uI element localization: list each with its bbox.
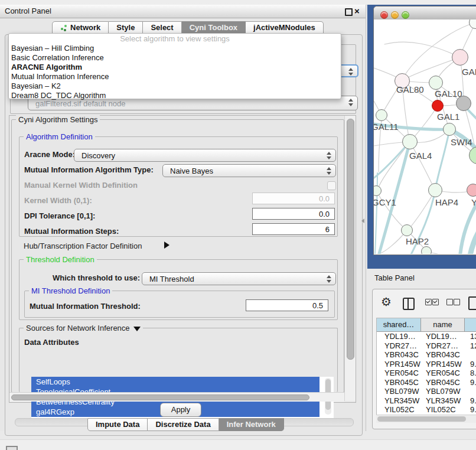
network-node-y[interactable] bbox=[467, 184, 476, 197]
tab-impute-data[interactable]: Impute Data bbox=[87, 418, 148, 431]
column-header[interactable]: name bbox=[421, 318, 465, 331]
mi-threshold-group-title: MI Threshold Definition bbox=[29, 286, 112, 295]
network-node[interactable] bbox=[421, 246, 432, 254]
algorithm-dropdown-list: Bayesian – Hill ClimbingBasic Correlatio… bbox=[9, 44, 341, 100]
network-node-gal11[interactable] bbox=[376, 109, 387, 121]
close-icon[interactable]: × bbox=[354, 6, 360, 17]
network-node-hap2[interactable] bbox=[401, 224, 413, 236]
table-row[interactable]: YBR043CYBR043C bbox=[377, 350, 476, 360]
table-cell: YIL052C bbox=[421, 405, 465, 415]
popup-item[interactable]: Bayesian – Hill Climbing bbox=[9, 44, 341, 53]
network-node-hap4[interactable] bbox=[428, 183, 442, 197]
document-icon[interactable] bbox=[468, 296, 476, 310]
popup-item[interactable]: Mutual Information Inference bbox=[9, 72, 341, 81]
settings-horizontal-scrollbar[interactable] bbox=[9, 392, 344, 402]
table-cell: 9. bbox=[465, 405, 476, 415]
node-label: GAL bbox=[462, 67, 476, 77]
checked-box-icon[interactable] bbox=[432, 299, 439, 305]
mi-type-combo[interactable]: Naive Bayes bbox=[162, 164, 336, 177]
network-edge-highlight[interactable] bbox=[435, 131, 449, 190]
mi-threshold-input[interactable] bbox=[246, 299, 328, 311]
table-row[interactable]: YBL079WYBL079W bbox=[377, 387, 476, 396]
table-row[interactable]: YLR345WYLR345W9. bbox=[377, 396, 476, 406]
minimize-traffic-icon[interactable] bbox=[391, 11, 399, 19]
network-canvas[interactable]: GALGAL80GAL10GAL1GAL11SWI4GAL4GCY1HAP4YH… bbox=[374, 19, 476, 254]
dpi-tolerance-label: DPI Tolerance [0,1]: bbox=[24, 211, 95, 220]
tab-cyni-toolbox[interactable]: Cyni Toolbox bbox=[182, 21, 246, 34]
network-edge[interactable] bbox=[412, 106, 438, 140]
checked-box-icon[interactable] bbox=[425, 299, 432, 305]
table-panel: ⚙ shared…name YDL19…YDL19…13YDR27…YDR27…… bbox=[372, 289, 476, 429]
table-cell: YDL19… bbox=[377, 332, 421, 341]
network-edge-highlight[interactable] bbox=[470, 227, 476, 254]
panel-corner-icon[interactable] bbox=[6, 446, 18, 450]
table-cell: YDR27… bbox=[421, 341, 465, 351]
algorithm-dropdown-popup: Select algorithm to view settings Bayesi… bbox=[8, 33, 341, 99]
kernel-width-input[interactable] bbox=[252, 193, 335, 204]
table-horizontal-scrollbar[interactable] bbox=[376, 415, 476, 423]
node-label: SWI4 bbox=[451, 137, 472, 147]
which-threshold-combo[interactable]: MI Threshold bbox=[142, 272, 336, 285]
network-edge[interactable] bbox=[410, 142, 434, 188]
tab-jactivemnodules[interactable]: jActiveMNodules bbox=[246, 21, 324, 34]
close-traffic-icon[interactable] bbox=[380, 11, 388, 19]
apply-button[interactable]: Apply bbox=[160, 403, 201, 417]
control-panel-tabs: NetworkStyleSelectCyni ToolboxjActiveMNo… bbox=[52, 21, 324, 34]
network-node-gal1[interactable] bbox=[432, 100, 444, 112]
table-cell: YER054C bbox=[377, 369, 421, 378]
mi-steps-input[interactable] bbox=[252, 223, 335, 235]
split-columns-icon[interactable] bbox=[403, 298, 415, 310]
network-node-gal[interactable] bbox=[452, 49, 468, 66]
combo-spinner-icon bbox=[348, 98, 353, 107]
aracne-mode-combo[interactable]: Discovery bbox=[74, 149, 336, 162]
column-header[interactable]: shared… bbox=[377, 318, 421, 331]
hub-tf-label: Hub/Transcription Factor Definition bbox=[24, 242, 142, 250]
sources-group-title: Sources for Network Inference bbox=[24, 324, 143, 332]
tab-infer-network[interactable]: Infer Network bbox=[219, 418, 284, 431]
popup-item[interactable]: ARACNE Algorithm bbox=[9, 63, 341, 72]
table-row[interactable]: YER054CYER054C8. bbox=[377, 369, 476, 378]
threshold-definition-title: Threshold Definition bbox=[24, 255, 97, 264]
manual-kernel-checkbox[interactable] bbox=[327, 181, 336, 190]
unchecked-box-icon[interactable] bbox=[454, 299, 460, 305]
float-window-icon[interactable] bbox=[345, 8, 353, 16]
table-cell: YBR045C bbox=[421, 378, 465, 387]
popup-item[interactable]: Bayesian – K2 bbox=[9, 81, 341, 91]
network-window-titlebar[interactable] bbox=[374, 6, 476, 20]
tab-discretize-data[interactable]: Discretize Data bbox=[148, 418, 219, 431]
algorithm-definition-group: Algorithm Definition Aracne Mode: Discov… bbox=[19, 136, 338, 237]
mi-threshold-label: Mutual Information Threshold: bbox=[30, 302, 141, 311]
expand-arrow-icon[interactable] bbox=[164, 242, 169, 249]
table-row[interactable]: YPR145WYPR145W9. bbox=[377, 360, 476, 369]
unchecked-box-icon[interactable] bbox=[446, 299, 453, 305]
node-label: GAL1 bbox=[437, 112, 459, 122]
table-row[interactable]: YBR045CYBR045C9. bbox=[377, 378, 476, 387]
node-table: shared…name YDL19…YDL19…13YDR27…YDR27…12… bbox=[376, 318, 476, 417]
tab-style[interactable]: Style bbox=[109, 21, 143, 34]
column-header[interactable] bbox=[465, 318, 476, 331]
gear-icon[interactable]: ⚙ bbox=[381, 296, 392, 308]
tab-network[interactable]: Network bbox=[52, 21, 109, 34]
popup-item[interactable]: Dream8 DC_TDC Algorithm bbox=[9, 91, 341, 100]
table-row[interactable]: YDR27…YDR27…12 bbox=[377, 341, 476, 351]
network-node-gal4[interactable] bbox=[402, 134, 418, 149]
dpi-tolerance-input[interactable] bbox=[252, 208, 335, 220]
node-label: Y bbox=[471, 197, 476, 207]
attr-item[interactable]: SelfLoops bbox=[31, 377, 319, 387]
table-row[interactable]: YDL19…YDL19…13 bbox=[377, 332, 476, 341]
network-window: GALGAL80GAL10GAL1GAL11SWI4GAL4GCY1HAP4YH… bbox=[373, 6, 476, 255]
popup-item[interactable]: Basic Correlation Inference bbox=[9, 53, 341, 63]
table-cell: YDR27… bbox=[377, 341, 421, 351]
network-node-swi4[interactable] bbox=[443, 123, 456, 136]
splitter-collapse-icon[interactable] bbox=[361, 219, 364, 223]
zoom-traffic-icon[interactable] bbox=[402, 11, 409, 19]
table-cell: 13 bbox=[465, 332, 476, 341]
collapse-arrow-icon[interactable] bbox=[133, 327, 141, 331]
network-node[interactable] bbox=[456, 96, 471, 111]
settings-vertical-scrollbar[interactable] bbox=[344, 116, 356, 401]
tab-select[interactable]: Select bbox=[143, 21, 181, 34]
network-node-gal10[interactable] bbox=[429, 76, 443, 90]
mi-type-value: Naive Bayes bbox=[170, 167, 213, 175]
table-row[interactable]: YIL052CYIL052C9. bbox=[377, 405, 476, 415]
aracne-mode-value: Discovery bbox=[81, 151, 115, 160]
